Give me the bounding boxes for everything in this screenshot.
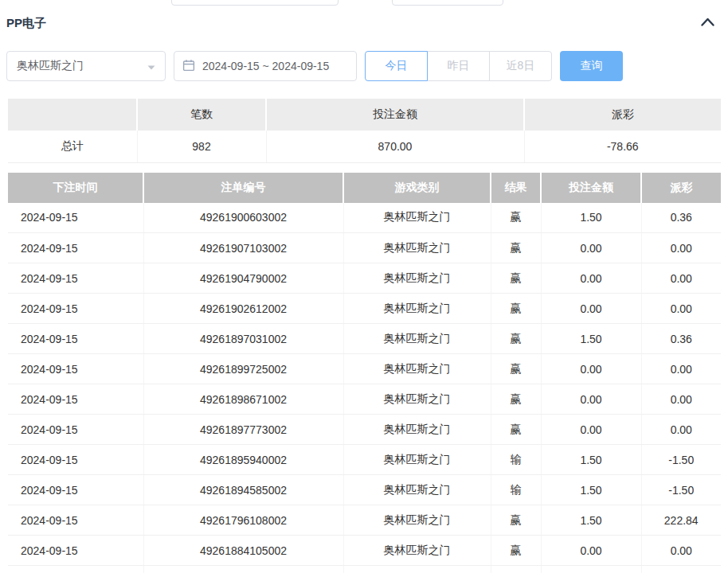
summary-header-row: 笔数 投注金额 派彩 (8, 99, 721, 131)
table-row: 2024-09-1549261904790002奥林匹斯之门赢0.000.00 (8, 263, 721, 294)
table-cell: 0.00 (641, 294, 721, 324)
table-cell: 2024-09-15 (8, 536, 143, 566)
table-cell (641, 566, 721, 573)
table-cell: 1.50 (541, 475, 641, 505)
table-cell: 奥林匹斯之门 (343, 384, 491, 415)
table-cell: 49261907103002 (143, 233, 343, 263)
panel-header: PP电子 (0, 0, 728, 32)
cropped-input-above-right[interactable] (392, 0, 503, 6)
summary-header-payout: 派彩 (524, 99, 721, 131)
quick-range-button-0[interactable]: 今日 (365, 51, 428, 81)
column-header: 注单编号 (143, 173, 343, 203)
column-header: 结果 (491, 173, 541, 203)
table-cell: 赢 (491, 536, 541, 566)
table-row: 2024-09-1549261796108002奥林匹斯之门赢1.50222.8… (8, 505, 721, 536)
table-cell: 赢 (491, 263, 541, 294)
table-cell: 49261897773002 (143, 415, 343, 445)
table-cell: 0.00 (541, 536, 641, 566)
search-button[interactable]: 查询 (560, 51, 623, 81)
table-cell: 2024-09-15 (8, 263, 143, 294)
table-cell: 1.50 (541, 445, 641, 475)
table-cell: 2024-09-15 (8, 505, 143, 536)
table-cell: 奥林匹斯之门 (343, 324, 491, 354)
table-cell: 222.84 (641, 505, 721, 536)
table-cell: 0.00 (541, 233, 641, 263)
table-row: 2024-09-1549261907103002奥林匹斯之门赢0.000.00 (8, 233, 721, 263)
game-select[interactable]: 奥林匹斯之门 (6, 51, 166, 81)
table-cell: 奥林匹斯之门 (343, 505, 491, 536)
table-cell: 49261900603002 (143, 203, 343, 233)
table-cell: 2024-09-15 (8, 445, 143, 475)
date-range-value: 2024-09-15 ~ 2024-09-15 (202, 60, 329, 72)
table-cell: 赢 (491, 233, 541, 263)
table-row: 2024-09-1549261899725002奥林匹斯之门赢0.000.00 (8, 354, 721, 384)
table-cell: 奥林匹斯之门 (343, 354, 491, 384)
game-select-value: 奥林匹斯之门 (17, 59, 84, 73)
table-cell: 49261796108002 (143, 505, 343, 536)
table-cell: 赢 (491, 505, 541, 536)
table-cell: -1.50 (641, 475, 721, 505)
main-table-body: 2024-09-1549261900603002奥林匹斯之门赢1.500.362… (8, 203, 721, 573)
table-cell: 49261897031002 (143, 324, 343, 354)
table-cell: 0.00 (541, 354, 641, 384)
quick-range-button-1[interactable]: 昨日 (427, 51, 490, 81)
table-row: 2024-09-1549261902612002奥林匹斯之门赢0.000.00 (8, 294, 721, 324)
table-cell (8, 566, 143, 573)
quick-range-group: 今日昨日近8日 (365, 51, 552, 81)
table-cell: 49261898671002 (143, 384, 343, 415)
table-cell: 0.00 (541, 384, 641, 415)
table-row: 2024-09-1549261895940002奥林匹斯之门输1.50-1.50 (8, 445, 721, 475)
table-cell: 49261904790002 (143, 263, 343, 294)
table-cell: 0.00 (641, 263, 721, 294)
quick-range-button-2[interactable]: 近8日 (489, 51, 552, 81)
table-cell: 0.00 (541, 415, 641, 445)
table-cell: 0.00 (641, 384, 721, 415)
filter-row: 奥林匹斯之门 2024-09-15 ~ 2024-09-15 今日昨日近8日 查… (6, 51, 728, 81)
table-cell: 0.00 (641, 415, 721, 445)
table-cell (143, 566, 343, 573)
table-cell: 2024-09-15 (8, 294, 143, 324)
table-cell: 0.00 (641, 233, 721, 263)
table-cell: 49261884105002 (143, 536, 343, 566)
summary-table: 笔数 投注金额 派彩 总计 982 870.00 -78.66 (8, 99, 721, 163)
table-cell: 奥林匹斯之门 (343, 415, 491, 445)
table-cell: 输 (491, 475, 541, 505)
table-cell: 2024-09-15 (8, 203, 143, 233)
summary-total-label: 总计 (8, 131, 137, 162)
table-cell: 2024-09-15 (8, 324, 143, 354)
table-cell: 赢 (491, 354, 541, 384)
select-caret-icon (147, 60, 155, 72)
table-row: 2024-09-1549261884105002奥林匹斯之门赢0.000.00 (8, 536, 721, 566)
table-cell: 赢 (491, 324, 541, 354)
summary-total-bet-amount: 870.00 (266, 131, 524, 162)
table-cell: 49261902612002 (143, 294, 343, 324)
table-row: 2024-09-1549261894585002奥林匹斯之门输1.50-1.50 (8, 475, 721, 505)
collapse-button[interactable] (700, 17, 715, 29)
table-cell: 0.00 (541, 294, 641, 324)
chevron-up-icon (700, 17, 715, 29)
main-table-header-row: 下注时间注单编号游戏类别结果投注金额派彩 (8, 173, 721, 203)
summary-total-count: 982 (137, 131, 266, 162)
cropped-input-above-left[interactable] (171, 0, 339, 6)
table-cell: 奥林匹斯之门 (343, 536, 491, 566)
table-cell: 1.50 (541, 203, 641, 233)
table-cell: 输 (491, 445, 541, 475)
table-row: 2024-09-1549261897773002奥林匹斯之门赢0.000.00 (8, 415, 721, 445)
table-row: 2024-09-1549261898671002奥林匹斯之门赢0.000.00 (8, 384, 721, 415)
bets-table: 下注时间注单编号游戏类别结果投注金额派彩 2024-09-15492619006… (8, 173, 721, 573)
date-range-input[interactable]: 2024-09-15 ~ 2024-09-15 (174, 51, 357, 81)
table-cell: 赢 (491, 384, 541, 415)
column-header: 派彩 (641, 173, 721, 203)
summary-total-row: 总计 982 870.00 -78.66 (8, 131, 721, 162)
calendar-icon (182, 59, 195, 74)
page: PP电子 奥林匹斯之门 2024-09-15 ~ 2024-09-15 今日昨日… (0, 0, 728, 573)
table-cell: 2024-09-15 (8, 354, 143, 384)
column-header: 投注金额 (541, 173, 641, 203)
table-cell: 2024-09-15 (8, 415, 143, 445)
table-cell: 奥林匹斯之门 (343, 233, 491, 263)
table-cell: 0.00 (641, 354, 721, 384)
table-row-partial (8, 566, 721, 573)
table-cell (343, 566, 491, 573)
table-cell: 奥林匹斯之门 (343, 294, 491, 324)
table-cell: 赢 (491, 294, 541, 324)
